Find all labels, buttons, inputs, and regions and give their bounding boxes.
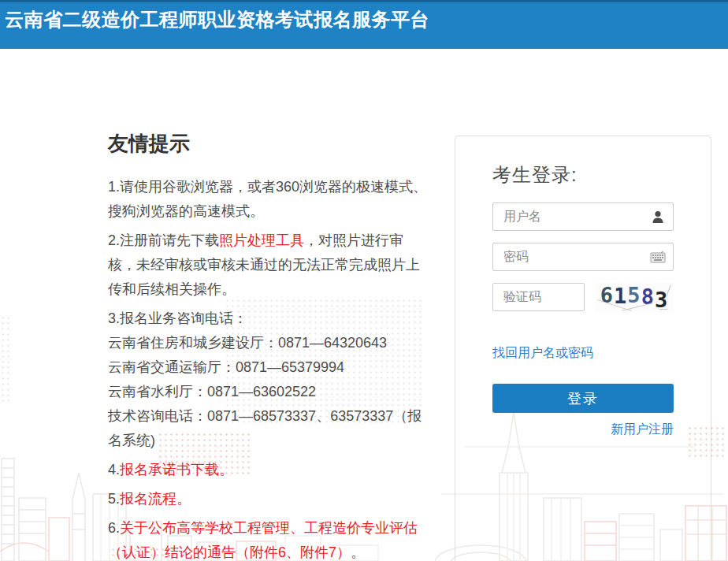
site-title: 云南省二级造价工程师职业资格考试报名服务平台 [0, 2, 728, 32]
evaluation-notice-link[interactable]: 关于公布高等学校工程管理、工程造价专业评估（认证）结论的通告（附件6、附件7） [108, 520, 418, 560]
registration-process-link[interactable]: 报名流程。 [120, 491, 191, 507]
forgot-credentials-link[interactable]: 找回用户名或密码 [492, 345, 593, 362]
dot-map-pattern [0, 315, 13, 402]
tip6-number: 6. [108, 520, 120, 536]
password-field-wrapper [492, 243, 674, 271]
commitment-download-link[interactable]: 报名承诺书下载。 [120, 462, 233, 477]
username-input[interactable] [492, 202, 674, 231]
header-bar: 云南省二级造价工程师职业资格考试报名服务平台 [0, 0, 728, 49]
password-input[interactable] [492, 243, 674, 271]
tips-heading: 友情提示 [108, 130, 431, 157]
login-heading: 考生登录: [492, 162, 674, 188]
keyboard-icon [650, 251, 666, 263]
phone-housing: 云南省住房和城乡建设厅：0871—64320643 [108, 335, 387, 351]
tip-notice: 6.关于公布高等学校工程管理、工程造价专业评估（认证）结论的通告（附件6、附件7… [108, 516, 431, 561]
phone-transport: 云南省交通运输厅：0871—65379994 [108, 359, 344, 375]
tip5-number: 5. [108, 491, 120, 507]
captcha-image[interactable]: 61583 [595, 283, 674, 313]
tip-commitment: 4.报名承诺书下载。 [108, 458, 431, 482]
tip4-number: 4. [108, 462, 120, 477]
tip-process: 5.报名流程。 [108, 487, 431, 511]
login-button[interactable]: 登录 [492, 384, 674, 413]
phones-title: 3.报名业务咨询电话： [108, 310, 247, 326]
phone-tech: 技术咨询电话：0871—68573337、63573337（报名系统) [108, 408, 422, 448]
captcha-noise-line [659, 309, 667, 310]
login-panel: 考生登录: 61583 [455, 136, 711, 561]
tip-phones: 3.报名业务咨询电话： 云南省住房和城乡建设厅：0871—64320643 云南… [108, 307, 431, 453]
captcha-input[interactable] [492, 283, 585, 311]
username-field-wrapper [492, 202, 674, 231]
tips-section: 友情提示 1.请使用谷歌浏览器，或者360浏览器的极速模式、搜狗浏览器的高速模式… [108, 130, 431, 561]
user-icon [650, 210, 666, 223]
tip-photo-tool: 2.注册前请先下载照片处理工具，对照片进行审核，未经审核或审核未通过的无法正常完… [108, 228, 431, 302]
tip-photo-pre: 2.注册前请先下载 [108, 232, 219, 248]
photo-tool-link[interactable]: 照片处理工具 [219, 232, 304, 248]
captcha-row: 61583 [492, 283, 674, 313]
phone-water: 云南省水利厅：0871—63602522 [108, 384, 316, 399]
tip-browser: 1.请使用谷歌浏览器，或者360浏览器的极速模式、搜狗浏览器的高速模式。 [108, 175, 431, 224]
tip6-end: 。 [351, 544, 365, 560]
register-link[interactable]: 新用户注册 [492, 422, 674, 438]
